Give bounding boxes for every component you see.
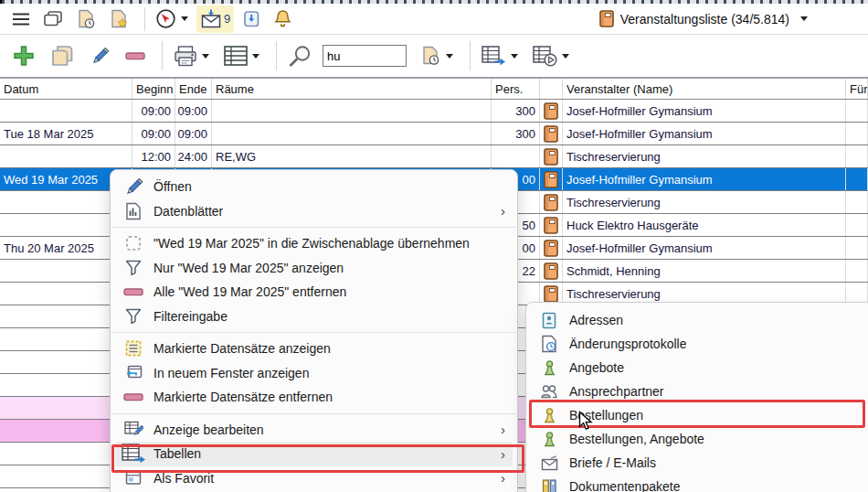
cell-icon bbox=[540, 237, 563, 259]
import-banner-button[interactable] bbox=[238, 5, 265, 33]
chevron-down-icon[interactable] bbox=[511, 54, 518, 59]
datasheet-icon bbox=[125, 202, 142, 220]
book-icon bbox=[544, 194, 558, 211]
book-icon bbox=[544, 262, 558, 280]
copy-icon bbox=[50, 45, 75, 68]
cell-veranstalter: Josef-Hofmiller Gymansium bbox=[563, 100, 846, 122]
navigate-button[interactable] bbox=[152, 5, 192, 33]
chevron-down-icon[interactable] bbox=[181, 16, 188, 21]
menu-item[interactable]: Anzeige bearbeiten› bbox=[115, 418, 513, 443]
chevron-down-icon[interactable] bbox=[446, 54, 453, 59]
print-button[interactable] bbox=[169, 39, 214, 72]
column-header-beginn[interactable]: Beginn bbox=[132, 79, 175, 99]
bell-button[interactable] bbox=[270, 5, 296, 33]
menu-item[interactable]: "Wed 19 Mar 2025" in die Zwischenablage … bbox=[115, 231, 513, 256]
search-input[interactable] bbox=[323, 45, 407, 67]
copy-button[interactable] bbox=[46, 39, 79, 72]
column-header-datum[interactable]: Datum bbox=[0, 79, 132, 99]
toolbar-separator bbox=[162, 41, 163, 70]
column-header-icon[interactable] bbox=[540, 79, 563, 99]
mail-icon bbox=[541, 455, 558, 471]
cell-fuer bbox=[846, 260, 868, 282]
view-selector-label[interactable]: Veranstaltungsliste (34/5.814) bbox=[620, 12, 789, 27]
table-row[interactable]: 09:0009:00300Josef-Hofmiller Gymansium bbox=[0, 100, 868, 123]
menu-item[interactable]: Briefe / E-Mails bbox=[531, 451, 867, 475]
menu-item[interactable]: Dokumentenpakete bbox=[531, 475, 867, 492]
table-export-button[interactable] bbox=[477, 39, 523, 72]
menu-separator bbox=[111, 413, 516, 414]
favorite-document-button[interactable] bbox=[105, 5, 133, 33]
view-selector[interactable]: Veranstaltungsliste (34/5.814) bbox=[599, 10, 808, 27]
toolbar-separator bbox=[470, 41, 471, 70]
table-header[interactable]: DatumBeginnEndeRäumePers.Veranstalter (N… bbox=[0, 79, 868, 100]
mail-notification-icon bbox=[200, 9, 222, 28]
cell-icon bbox=[540, 214, 563, 236]
chevron-down-icon[interactable] bbox=[202, 54, 209, 59]
menu-item[interactable]: Änderungsprotokolle bbox=[531, 332, 867, 356]
chevron-down-icon[interactable] bbox=[252, 54, 259, 59]
cell-fuer bbox=[846, 214, 868, 236]
cell-raeume: RE,WG bbox=[212, 145, 492, 167]
search-icon bbox=[288, 45, 312, 68]
menu-item[interactable]: Filtereingabe bbox=[115, 305, 513, 329]
menu-item[interactable]: Markierte Datensätze anzeigen bbox=[115, 337, 513, 361]
remove-button[interactable] bbox=[121, 39, 150, 72]
cell-fuer bbox=[846, 123, 868, 144]
book-icon bbox=[544, 285, 558, 303]
menu-item[interactable]: Angebote bbox=[531, 356, 867, 380]
menu-item[interactable]: Nur "Wed 19 Mar 2025" anzeigen bbox=[115, 256, 513, 281]
recent-document-button[interactable] bbox=[416, 39, 458, 72]
chevron-down-icon[interactable] bbox=[562, 54, 569, 59]
toolbar-primary: 9 Veranstaltungsliste (34/5.814) bbox=[0, 4, 868, 35]
toolbar-primary-items: 9 bbox=[7, 5, 301, 33]
column-header-ende[interactable]: Ende bbox=[175, 79, 212, 99]
menu-item[interactable]: Öffnen bbox=[115, 175, 513, 199]
marked-records-icon bbox=[125, 340, 142, 357]
menu-item-label: Änderungsprotokolle bbox=[569, 337, 686, 351]
column-header-pers[interactable]: Pers. bbox=[492, 79, 540, 99]
column-header-raeume[interactable]: Räume bbox=[212, 79, 492, 99]
windows-icon bbox=[43, 10, 64, 27]
mouse-cursor-icon bbox=[578, 411, 594, 436]
menu-separator bbox=[111, 227, 516, 228]
column-header-veranstalter[interactable]: Veranstalter (Name) bbox=[563, 79, 846, 99]
cell-fuer bbox=[846, 191, 868, 213]
menu-item-label: Öffnen bbox=[153, 179, 192, 194]
table-run-button[interactable] bbox=[528, 39, 574, 72]
table-button[interactable] bbox=[219, 39, 264, 72]
menu-separator bbox=[111, 332, 516, 333]
cell-datum: Tue 18 Mar 2025 bbox=[0, 123, 132, 144]
mail-notification-button[interactable]: 9 bbox=[196, 5, 234, 33]
menu-item[interactable]: In neuem Fenster anzeigen bbox=[115, 361, 513, 386]
add-button[interactable] bbox=[7, 39, 40, 72]
tables-submenu: AdressenÄnderungsprotokolleAngeboteAnspr… bbox=[525, 302, 868, 492]
cell-datum bbox=[0, 145, 132, 167]
cell-pers bbox=[492, 145, 540, 167]
recent-document-button[interactable] bbox=[72, 5, 101, 33]
search-button[interactable] bbox=[283, 39, 317, 72]
filter-icon bbox=[125, 260, 142, 275]
menu-item-label: In neuem Fenster anzeigen bbox=[153, 366, 309, 380]
edit-view-icon bbox=[124, 421, 143, 438]
menu-item[interactable]: Adressen bbox=[531, 308, 867, 332]
book-icon bbox=[544, 102, 558, 120]
menu-item-label: Markierte Datensätze entfernen bbox=[153, 390, 333, 404]
menu-item-label: Alle "Wed 19 Mar 2025" entfernen bbox=[153, 284, 346, 299]
table-row[interactable]: Tue 18 Mar 202509:0009:00300Josef-Hofmil… bbox=[0, 123, 868, 145]
menu-item-label: Als Favorit bbox=[153, 471, 214, 486]
menu-item[interactable]: Datenblätter› bbox=[115, 199, 513, 224]
menu-item-label: Markierte Datensätze anzeigen bbox=[153, 341, 331, 356]
toolbar-separator bbox=[144, 7, 145, 31]
cell-ende: 09:00 bbox=[175, 123, 212, 144]
cell-raeume bbox=[212, 100, 492, 122]
table-row[interactable]: 12:0024:00RE,WGTischreservierung bbox=[0, 145, 868, 168]
menu-item[interactable]: Alle "Wed 19 Mar 2025" entfernen bbox=[115, 280, 513, 305]
menu-item[interactable]: Markierte Datensätze entfernen bbox=[115, 385, 513, 410]
windows-button[interactable] bbox=[39, 5, 68, 33]
edit-pencil-button[interactable] bbox=[85, 39, 115, 72]
hamburger-menu-button[interactable] bbox=[7, 5, 35, 33]
menu-item-label: Datenblätter bbox=[153, 204, 223, 219]
column-header-fuer[interactable]: Für bbox=[846, 79, 868, 99]
recent-document-icon bbox=[420, 46, 441, 66]
chevron-down-icon[interactable] bbox=[800, 16, 808, 21]
